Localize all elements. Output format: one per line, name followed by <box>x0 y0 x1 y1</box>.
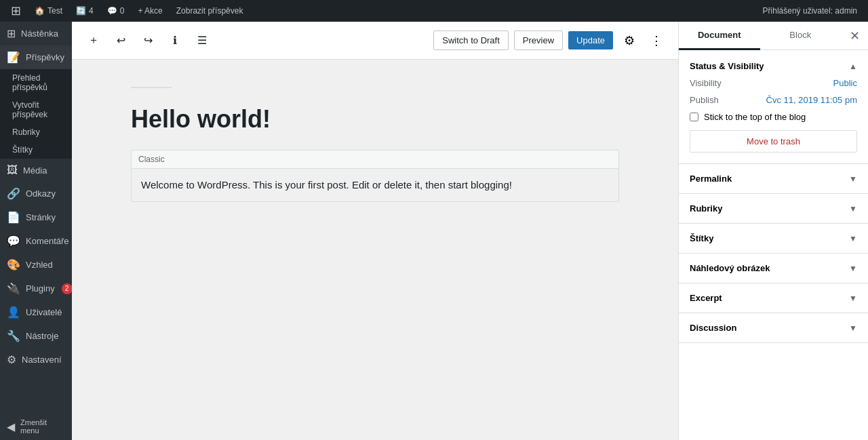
settings-panel-button[interactable]: ⚙ <box>618 30 640 52</box>
plugins-badge: 2 <box>62 283 72 294</box>
undo-button[interactable]: ↩ <box>110 30 132 52</box>
visibility-value[interactable]: Public <box>833 78 857 88</box>
discussion-chevron-icon: ▼ <box>849 323 857 333</box>
excerpt-section: Excerpt ▼ <box>679 283 868 313</box>
preview-button[interactable]: Preview <box>514 31 563 50</box>
settings-icon: ⚙ <box>7 353 16 366</box>
new-post-label: Vytvořit příspěvek <box>12 100 65 119</box>
thumbnail-section: Náhledový obrázek ▼ <box>679 254 868 283</box>
list-view-button[interactable]: ☰ <box>191 30 213 52</box>
stitky-label: Štítky <box>690 233 713 243</box>
rubriky-label: Rubriky <box>690 203 722 214</box>
excerpt-header[interactable]: Excerpt ▼ <box>679 283 868 313</box>
tools-icon: 🔧 <box>7 329 20 342</box>
updates-icon: 🔄 <box>76 6 86 16</box>
media-label: Média <box>23 165 47 176</box>
admin-bar-right: Přihlášený uživatel: admin <box>757 6 863 16</box>
users-icon: 👤 <box>7 306 20 319</box>
permalink-section: Permalink ▼ <box>679 164 868 194</box>
tools-label: Nástroje <box>26 331 58 341</box>
right-panel: Document Block ✕ Status & Visibility ▲ V… <box>678 22 868 440</box>
info-button[interactable]: ℹ <box>164 30 186 52</box>
editor-wrapper: ＋ ↩ ↪ ℹ ☰ Switch to Draft Preview Update… <box>72 22 678 440</box>
pages-icon: 📄 <box>7 211 20 224</box>
sidebar-item-users[interactable]: 👤 Uživatelé <box>0 300 72 324</box>
dashboard-label: Nástěnka <box>21 28 58 39</box>
block-inserter-button[interactable]: ＋ <box>83 30 104 52</box>
comments-count: 0 <box>120 6 125 16</box>
settings-label: Nastavení <box>22 355 62 365</box>
block-tab-label: Block <box>789 30 811 40</box>
sidebar-item-pages[interactable]: 📄 Stránky <box>0 205 72 229</box>
redo-button[interactable]: ↪ <box>137 30 159 52</box>
site-icon: 🏠 <box>35 6 45 16</box>
site-name: Test <box>47 6 62 16</box>
sidebar-item-links[interactable]: 🔗 Odkazy <box>0 182 72 205</box>
sidebar-item-tags[interactable]: Štítky <box>0 141 72 159</box>
new-item-link[interactable]: + Akce <box>132 0 167 22</box>
status-section-title: Status & Visibility <box>690 61 764 71</box>
editor-content[interactable]: Hello world! Classic Welcome to WordPres… <box>72 60 678 440</box>
update-button[interactable]: Update <box>568 31 613 49</box>
discussion-header[interactable]: Discussion ▼ <box>679 313 868 342</box>
move-to-trash-button[interactable]: Move to trash <box>690 130 857 153</box>
admin-bar: ⊞ 🏠 Test 🔄 4 💬 0 + Akce Zobrazit příspěv… <box>0 0 868 22</box>
posts-section: 📝 Příspěvky Přehled příspěvků Vytvořit p… <box>0 45 72 159</box>
visibility-row: Visibility Public <box>690 78 857 88</box>
panel-close-button[interactable]: ✕ <box>841 22 868 49</box>
classic-block-content[interactable]: Welcome to WordPress. This is your first… <box>132 169 618 201</box>
sidebar-item-posts[interactable]: 📝 Příspěvky <box>0 45 72 69</box>
tab-block[interactable]: Block <box>760 22 842 50</box>
status-section-header[interactable]: Status & Visibility ▲ <box>690 61 857 71</box>
publish-value[interactable]: Čvc 11, 2019 11:05 pm <box>766 95 857 105</box>
sidebar-item-plugins[interactable]: 🔌 Pluginy 2 <box>0 277 72 300</box>
pages-label: Stránky <box>26 212 56 222</box>
classic-block-label: Classic <box>132 151 618 169</box>
sidebar-item-categories[interactable]: Rubriky <box>0 123 72 141</box>
rubriky-chevron-icon: ▼ <box>849 204 857 214</box>
sticky-checkbox[interactable] <box>690 113 698 121</box>
wp-logo-link[interactable]: ⊞ <box>5 0 26 22</box>
switch-to-draft-button[interactable]: Switch to Draft <box>433 31 509 50</box>
users-label: Uživatelé <box>26 307 62 317</box>
wp-logo-icon: ⊞ <box>11 3 21 18</box>
sidebar-spacer <box>0 372 72 413</box>
rubriky-header[interactable]: Rubriky ▼ <box>679 194 868 223</box>
sidebar-item-all-posts[interactable]: Přehled příspěvků <box>0 69 72 96</box>
sidebar-item-appearance[interactable]: 🎨 Vzhled <box>0 253 72 277</box>
more-options-button[interactable]: ⋮ <box>646 30 667 52</box>
status-visibility-section: Status & Visibility ▲ Visibility Public … <box>679 50 868 164</box>
post-title[interactable]: Hello world! <box>131 104 619 134</box>
sidebar-item-new-post[interactable]: Vytvořit příspěvek <box>0 96 72 123</box>
sidebar-item-settings[interactable]: ⚙ Nastavení <box>0 348 72 372</box>
sidebar-item-tools[interactable]: 🔧 Nástroje <box>0 324 72 348</box>
preview-label: Preview <box>523 35 554 45</box>
discussion-label: Discussion <box>690 323 736 333</box>
dashboard-icon: ⊞ <box>7 27 16 40</box>
stitky-header[interactable]: Štítky ▼ <box>679 224 868 253</box>
sidebar-item-comments[interactable]: 💬 Komentáře <box>0 229 72 253</box>
trash-label: Move to trash <box>747 136 800 146</box>
view-post-link[interactable]: Zobrazit příspěvek <box>171 0 249 22</box>
sidebar-item-dashboard[interactable]: ⊞ Nástěnka <box>0 22 72 45</box>
document-tab-label: Document <box>698 30 741 40</box>
rubriky-section: Rubriky ▼ <box>679 194 868 224</box>
comments-icon: 💬 <box>107 6 117 16</box>
updates-link[interactable]: 🔄 4 <box>71 0 99 22</box>
plugins-icon: 🔌 <box>7 282 20 295</box>
excerpt-chevron-icon: ▼ <box>849 294 857 303</box>
logged-in-user: Přihlášený uživatel: admin <box>757 6 863 16</box>
links-icon: 🔗 <box>7 187 20 200</box>
title-separator <box>131 87 172 88</box>
panel-tabs: Document Block ✕ <box>679 22 868 50</box>
posts-label: Příspěvky <box>26 52 64 62</box>
thumbnail-header[interactable]: Náhledový obrázek ▼ <box>679 254 868 283</box>
classic-block[interactable]: Classic Welcome to WordPress. This is yo… <box>131 150 619 202</box>
tab-document[interactable]: Document <box>679 22 760 50</box>
sidebar-item-collapse[interactable]: ◀ Zmenšit menu <box>0 413 72 440</box>
sidebar-item-media[interactable]: 🖼 Média <box>0 159 72 182</box>
permalink-header[interactable]: Permalink ▼ <box>679 164 868 193</box>
comments-link[interactable]: 💬 0 <box>102 0 130 22</box>
status-chevron-icon: ▲ <box>849 62 857 71</box>
site-name-link[interactable]: 🏠 Test <box>29 0 68 22</box>
